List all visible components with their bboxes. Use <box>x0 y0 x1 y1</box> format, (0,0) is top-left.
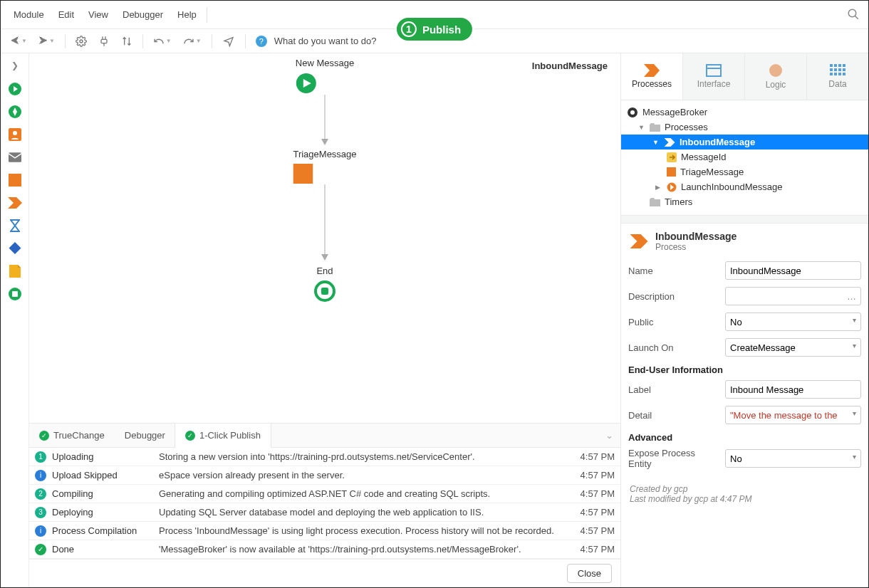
prop-detail: Detail "Move the message to the <box>628 402 861 428</box>
undo-button[interactable]: ▼ <box>149 33 176 50</box>
search-icon[interactable] <box>847 8 860 21</box>
tab-data-label: Data <box>828 79 846 89</box>
svg-rect-30 <box>830 73 833 75</box>
svg-rect-10 <box>9 174 21 187</box>
palette-expand-icon[interactable]: ❯ <box>9 58 21 73</box>
palette-activity-icon[interactable] <box>8 173 22 187</box>
prop-label-input[interactable] <box>725 380 861 399</box>
node-end-label: End <box>314 266 335 276</box>
prop-expose-select[interactable]: No <box>725 449 861 468</box>
palette-wait-icon[interactable] <box>8 219 22 233</box>
tree-message-id[interactable]: MessageId <box>621 149 868 164</box>
prop-label-label: Label <box>628 384 719 395</box>
menu-edit[interactable]: Edit <box>51 4 81 26</box>
tab-debugger[interactable]: Debugger <box>115 424 175 448</box>
prop-public-select[interactable]: No <box>725 313 861 331</box>
tree-message-id-label: MessageId <box>681 152 727 162</box>
compare-merge-icon[interactable] <box>117 33 137 50</box>
prop-detail-select[interactable]: "Move the message to the <box>725 406 861 424</box>
svg-point-35 <box>630 110 635 115</box>
log-time: 4:57 PM <box>572 451 615 462</box>
prop-description: Description … <box>628 283 861 309</box>
tab-logic[interactable]: Logic <box>744 53 806 100</box>
module-icon <box>627 107 638 118</box>
palette-start-icon[interactable] <box>8 82 22 96</box>
folder-icon <box>650 198 660 206</box>
svg-rect-24 <box>838 64 841 67</box>
menu-view[interactable]: View <box>81 4 115 26</box>
settings-icon[interactable] <box>71 33 91 50</box>
palette-email-icon[interactable] <box>8 150 22 164</box>
palette-decision-icon[interactable] <box>8 241 22 256</box>
caret-right-icon: ▶ <box>655 184 662 191</box>
svg-rect-23 <box>834 64 837 67</box>
logic-icon <box>769 63 783 78</box>
svg-rect-16 <box>293 164 313 184</box>
prop-name-input[interactable] <box>725 261 861 280</box>
log-badge-icon: 3 <box>35 507 46 518</box>
collapse-panel-icon[interactable]: ⌄ <box>605 430 613 441</box>
feedback-icon[interactable] <box>218 33 239 50</box>
palette-conditional-start-icon[interactable] <box>8 105 22 119</box>
menu-help[interactable]: Help <box>170 4 204 26</box>
log-row: iUpload SkippedeSpace version already pr… <box>29 466 620 485</box>
palette-human-activity-icon[interactable] <box>8 127 22 142</box>
arrow-head-icon <box>321 139 328 145</box>
prop-name-label: Name <box>628 266 719 276</box>
prop-launch-on-select[interactable]: CreateMessage <box>725 338 861 357</box>
tree-timers-folder[interactable]: Timers <box>621 194 868 209</box>
nav-back-button[interactable]: ⮜▼ <box>6 33 31 49</box>
menu-module[interactable]: Module <box>6 4 51 26</box>
svg-rect-37 <box>667 167 676 177</box>
tab-data[interactable]: Data <box>806 53 868 100</box>
publish-button[interactable]: 1 Publish <box>397 18 472 41</box>
svg-point-8 <box>13 131 17 135</box>
tree-processes-folder[interactable]: ▼ Processes <box>621 120 868 135</box>
tab-interface[interactable]: Interface <box>682 53 744 100</box>
right-panel: Processes Interface Logic Data <box>620 53 868 587</box>
activity-icon <box>667 167 676 177</box>
tab-publish[interactable]: 1-Click Publish <box>175 424 271 448</box>
tree-triage-message[interactable]: TriageMessage <box>621 164 868 179</box>
log-message: eSpace version already present in the se… <box>159 470 572 481</box>
help-hint-text: What do you want to do? <box>274 36 377 46</box>
log-row: 3DeployingUpdating SQL Server database m… <box>29 503 620 522</box>
section-end-user: End-User Information <box>628 360 861 377</box>
redo-button[interactable]: ▼ <box>179 33 206 50</box>
palette-end-icon[interactable] <box>8 287 22 301</box>
properties-subtitle: Process <box>655 242 737 252</box>
log-message: Updating SQL Server database model and d… <box>159 507 572 518</box>
node-start[interactable]: New Message <box>296 58 354 94</box>
tree-inbound-message[interactable]: ▼ InboundMessage <box>621 135 868 149</box>
node-end[interactable]: End <box>314 266 335 302</box>
process-canvas[interactable]: InboundMessage New Message TriageMessage <box>29 53 620 423</box>
palette-process-icon[interactable] <box>8 196 22 210</box>
log-time: 4:57 PM <box>572 470 615 481</box>
svg-rect-25 <box>843 64 845 67</box>
log-row: iProcess CompilationProcess 'InboundMess… <box>29 522 620 540</box>
separator <box>621 215 868 224</box>
node-activity[interactable]: TriageMessage <box>293 149 356 184</box>
menu-debugger[interactable]: Debugger <box>115 4 170 26</box>
tree-launch-inbound[interactable]: ▶ LaunchInboundMessage <box>621 179 868 194</box>
checkmark-icon <box>39 431 49 441</box>
nav-forward-button[interactable]: ⮞▼ <box>34 33 59 49</box>
tree-launch-label: LaunchInboundMessage <box>681 182 782 192</box>
prop-public-label: Public <box>628 317 719 327</box>
palette-comment-icon[interactable] <box>8 264 22 278</box>
log-step: Compiling <box>52 488 159 499</box>
prop-launch-on-label: Launch On <box>628 342 719 353</box>
prop-description-input[interactable]: … <box>725 287 861 305</box>
tree-module[interactable]: MessageBroker <box>621 105 868 120</box>
tree-timers-label: Timers <box>665 196 692 207</box>
svg-rect-32 <box>838 73 841 75</box>
log-message: 'MessageBroker' is now available at 'htt… <box>159 544 572 555</box>
tab-truechange-label: TrueChange <box>53 430 105 441</box>
svg-rect-19 <box>707 65 721 76</box>
close-button[interactable]: Close <box>567 564 612 583</box>
tab-truechange[interactable]: TrueChange <box>29 424 115 448</box>
tab-processes[interactable]: Processes <box>621 53 682 100</box>
caret-down-icon: ▼ <box>638 124 645 131</box>
plug-icon[interactable] <box>94 33 114 50</box>
help-hint[interactable]: ? What do you want to do? <box>251 33 381 50</box>
